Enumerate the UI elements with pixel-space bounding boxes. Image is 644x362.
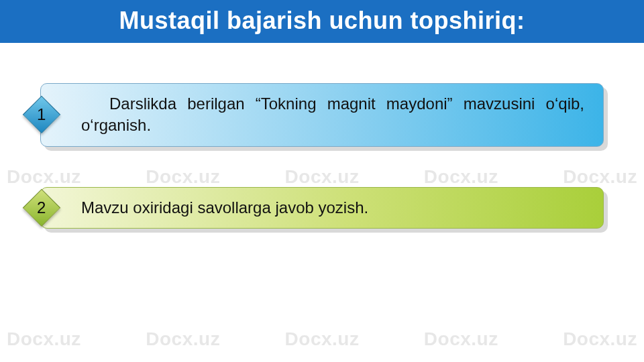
watermark-text: Docx.uz	[285, 328, 360, 350]
task-number: 1	[37, 105, 46, 124]
watermark-text: Docx.uz	[563, 328, 637, 350]
task-item-1: Darslikda berilgan “Tokning magnit maydo…	[40, 83, 604, 147]
watermark-text: Docx.uz	[146, 328, 220, 350]
page-title: Mustaqil bajarish uchun topshiriq:	[0, 0, 644, 43]
task-item-2: Mavzu oxiridagi savollarga javob yozish.…	[40, 187, 604, 229]
task-text: Mavzu oxiridagi savollarga javob yozish.	[81, 198, 368, 217]
watermark-text: Docx.uz	[7, 328, 81, 350]
task-list: Darslikda berilgan “Tokning magnit maydo…	[0, 43, 644, 229]
task-text: Darslikda berilgan “Tokning magnit maydo…	[81, 95, 584, 134]
watermark-text: Docx.uz	[424, 328, 498, 350]
task-box: Mavzu oxiridagi savollarga javob yozish.	[40, 187, 604, 229]
task-number: 2	[37, 198, 46, 217]
task-box: Darslikda berilgan “Tokning magnit maydo…	[40, 83, 604, 147]
